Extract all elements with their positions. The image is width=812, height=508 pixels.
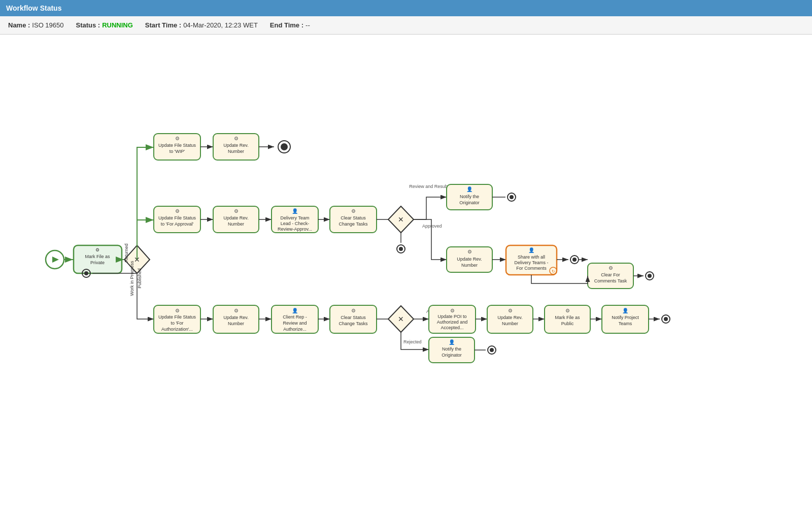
share-indicator-text: ↻ (552, 269, 555, 274)
mark-public-text2: Public (561, 321, 574, 326)
update-rev-mid-gear: ⚙ (234, 208, 239, 214)
update-rev-top-text1: Update Rev. (223, 143, 248, 148)
notify-project-text1: Notify Project (612, 315, 639, 320)
clear-comments-text1: Clear For (601, 272, 620, 277)
delivery-lead-person: 👤 (292, 208, 298, 214)
name-label: Name : (8, 21, 30, 29)
update-poi-text1: Update POI to (437, 314, 466, 319)
update-approval-text2: to 'For Approval' (161, 221, 194, 227)
update-rev3-text1: Update Rev. (457, 257, 482, 262)
notify-orig2-person: 👤 (449, 339, 455, 345)
notify-project-person: 👤 (622, 307, 629, 314)
update-rev-top-text2: Number (228, 149, 244, 154)
gateway-review-icon: ✕ (398, 215, 404, 224)
mark-public-gear: ⚙ (565, 308, 570, 313)
clear-status-mid-gear: ⚙ (351, 208, 356, 214)
clear-comments-gear: ⚙ (608, 265, 613, 271)
label-returned: Returned (124, 243, 129, 262)
update-rev-mid-text1: Update Rev. (223, 215, 248, 220)
update-rev3-text2: Number (461, 263, 478, 268)
end-project-inner (664, 317, 668, 321)
delivery-lead-text1: Delivery Team (281, 215, 310, 220)
end-value: -- (306, 21, 310, 29)
conn-gateway-notify1 (414, 197, 447, 219)
start-value: 04-Mar-2020, 12:23 WET (183, 21, 258, 29)
client-rep-text1: Client Rep - (283, 314, 307, 320)
status-value: RUNNING (102, 21, 133, 29)
update-auth-text2: to 'For (171, 321, 183, 326)
name-info: Name : ISO 19650 (8, 21, 64, 29)
share-delivery-text2: Delivery Teams - (515, 260, 549, 265)
info-bar: Name : ISO 19650 Status : RUNNING Start … (0, 16, 812, 35)
update-poi-gear: ⚙ (450, 308, 455, 313)
conn-share-clearcomments2 (531, 275, 588, 283)
workflow-diagram: ⚙ Mark File as Private ✕ Work in Progres… (0, 35, 812, 508)
notify-project-text2: Teams (619, 321, 632, 326)
update-auth-text1: Update File Status (158, 314, 196, 320)
update-rev-top-gear: ⚙ (234, 136, 239, 141)
update-rev4-gear: ⚙ (234, 308, 239, 313)
notify-orig2-text1: Notify the (442, 346, 461, 352)
notify-orig2-text2: Originator (442, 353, 462, 358)
label-approved: Approved (422, 224, 442, 229)
gateway-auth-icon: ✕ (398, 315, 404, 323)
title-text: Workflow Status (6, 4, 61, 12)
delivery-lead-text2: Lead - Check- (281, 221, 310, 226)
update-wip-text2: to 'WIP' (170, 149, 185, 154)
client-rep-text2: Review and (283, 321, 307, 326)
label-published: Published (137, 268, 142, 289)
share-delivery-person: 👤 (528, 247, 535, 253)
clear-status-mid-text2: Change Tasks (339, 221, 368, 227)
update-rev4-text1: Update Rev. (223, 315, 248, 320)
label-work-in-progress: Work in Progress (129, 261, 134, 296)
clear-comments-text2: Comments Task (594, 278, 627, 283)
start-label: Start Time : (145, 21, 181, 29)
conn-gateway-wip (137, 147, 154, 245)
end-share-inner (572, 258, 577, 262)
end-top-inner (281, 143, 288, 150)
share-delivery-text1: Share with all (518, 255, 545, 260)
update-poi-text3: Accepted... (441, 325, 463, 330)
update-auth-gear: ⚙ (175, 308, 180, 313)
update-approval-gear: ⚙ (175, 208, 180, 214)
update-wip-text1: Update File Status (158, 143, 196, 148)
notify-orig1-text1: Notify the (460, 194, 479, 199)
end-time-info: End Time : -- (270, 21, 310, 29)
clear-status-bot-gear: ⚙ (351, 308, 356, 313)
update-rev4-text2: Number (228, 321, 244, 326)
update-approval-text1: Update File Status (158, 215, 196, 220)
update-wip-gear: ⚙ (175, 136, 180, 141)
end-mid-inner (399, 247, 403, 251)
update-rev-mid-text2: Number (228, 221, 244, 227)
end-label: End Time : (270, 21, 303, 29)
end-notify2-inner (490, 348, 494, 352)
client-rep-text3: Authorize... (283, 327, 307, 332)
end-notify1-inner (510, 195, 514, 199)
mark-public-text1: Mark File as (555, 315, 580, 320)
status-label: Status : (76, 21, 100, 29)
update-rev5-text2: Number (502, 321, 518, 326)
end-main-gateway-inner (84, 271, 88, 275)
canvas-area: ⚙ Mark File as Private ✕ Work in Progres… (0, 35, 812, 508)
title-bar: Workflow Status (0, 0, 812, 16)
update-poi-text2: Authorized and (437, 320, 468, 325)
delivery-lead-text3: Review-Approv... (278, 227, 312, 232)
notify-orig1-text2: Originator (459, 200, 480, 205)
mark-file-private-text2: Private (90, 260, 105, 265)
clear-status-mid-text1: Clear Status (341, 215, 366, 220)
mark-file-private-text: Mark File as (85, 254, 110, 259)
update-rev3-gear: ⚙ (467, 249, 472, 255)
update-rev5-text1: Update Rev. (497, 315, 522, 320)
mark-file-private-gear: ⚙ (95, 247, 99, 252)
clear-status-bot-text1: Clear Status (341, 315, 366, 320)
label-rejected: Rejected (403, 339, 422, 344)
share-delivery-text3: For Comments (516, 266, 547, 271)
notify-orig1-person: 👤 (466, 186, 473, 193)
name-value: ISO 19650 (32, 21, 63, 29)
update-rev5-gear: ⚙ (508, 308, 513, 313)
end-clearcomments-inner (648, 274, 652, 278)
clear-status-bot-text2: Change Tasks (339, 321, 368, 326)
client-rep-person: 👤 (292, 307, 298, 314)
status-info: Status : RUNNING (76, 21, 133, 29)
update-auth-text3: Authorization'... (161, 327, 193, 332)
